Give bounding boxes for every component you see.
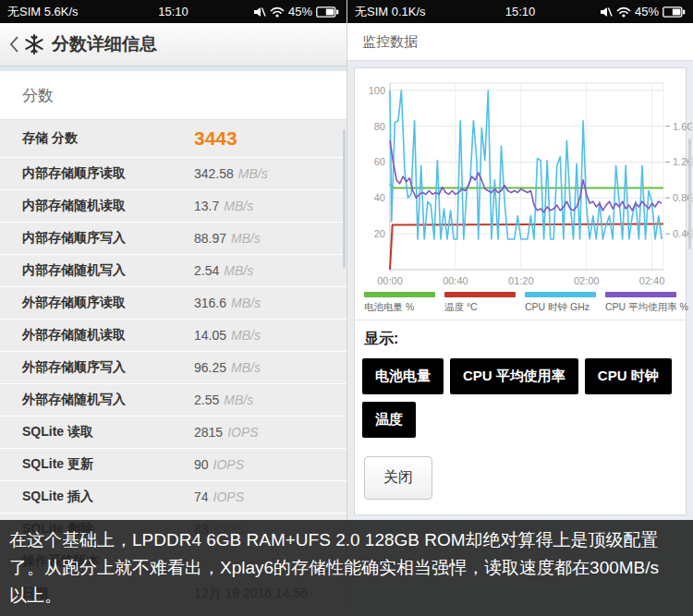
row-value: 2.54MB/s: [194, 263, 253, 278]
row-label: 外部存储顺序写入: [22, 359, 126, 376]
divider: [355, 320, 686, 320]
caption-line: 了。从跑分上就不难看出，Xplay6的存储性能确实相当强悍，读取速度都在300M…: [9, 554, 684, 582]
row-value-unit: MB/s: [231, 296, 261, 310]
row-value: 88.97MB/s: [194, 231, 261, 246]
cpu-usage-line: [390, 140, 662, 212]
row-value-number: 342.58: [194, 166, 234, 181]
battery-icon: [316, 6, 339, 18]
snowflake-icon: [24, 34, 44, 54]
legend-color-bar: [364, 292, 435, 297]
list-row: 外部存储顺序读取316.6MB/s: [0, 287, 346, 319]
toggle-cpu-usage-button[interactable]: CPU 平均使用率: [450, 358, 578, 394]
list-row: SQLite 读取2815IOPS: [0, 417, 346, 448]
cpu-clock-line: [390, 91, 662, 239]
list-row: 内部存储随机读取13.7MB/s: [0, 190, 346, 222]
caption-overlay: 在这个基础上，LPDDR4 6GB RAM+UFS 2.0 128GB ROM却…: [0, 520, 693, 616]
monitor-card: 204060801000.4GHz0.8GHz1.2GHz1.6GHz00:00…: [354, 67, 687, 515]
legend-item-cpu-usage: CPU 平均使用率 %: [605, 292, 676, 314]
x-axis-tick-label: 00:00: [377, 275, 403, 286]
row-value: 342.58MB/s: [194, 166, 268, 181]
mute-icon: [253, 6, 266, 18]
row-label: 内部存储顺序读取: [22, 165, 126, 182]
left-scrollbar[interactable]: [343, 129, 346, 268]
y-axis-tick-label: 80: [374, 121, 385, 132]
row-label: SQLite 插入: [22, 489, 93, 505]
row-value: 13.7MB/s: [194, 199, 253, 213]
row-value-number: 74: [194, 489, 209, 504]
legend-item-cpu-clock: CPU 时钟 GHz: [525, 292, 596, 314]
y-axis-tick-label: 100: [369, 85, 385, 96]
toggle-temperature-button[interactable]: 温度: [362, 402, 416, 438]
legend-label: CPU 时钟 GHz: [525, 301, 596, 314]
caption-line: 以上。: [9, 582, 684, 610]
legend-item-temperature: 温度 °C: [444, 292, 516, 314]
caption-line: 在这个基础上，LPDDR4 6GB RAM+UFS 2.0 128GB ROM却…: [9, 526, 684, 554]
row-value-unit: MB/s: [224, 199, 253, 213]
legend-color-bar: [525, 292, 596, 297]
right-status-bar: 无SIM 0.1K/s 15:10 45%: [347, 0, 693, 23]
legend-label: CPU 平均使用率 %: [605, 301, 676, 314]
row-value-unit: MB/s: [231, 328, 261, 343]
row-label: 外部存储随机写入: [22, 392, 126, 408]
row-value-number: 14.05: [194, 328, 226, 343]
x-axis-tick-label: 00:40: [443, 275, 468, 286]
mute-icon: [600, 6, 613, 18]
legend-label: 电池电量 %: [364, 301, 435, 314]
storage-score-row: 存储 分数 3443: [0, 120, 346, 157]
row-label: 外部存储随机读取: [22, 327, 126, 344]
row-value: 14.05MB/s: [194, 328, 261, 343]
list-row: 内部存储顺序读取342.58MB/s: [0, 158, 346, 189]
row-value: 96.25MB/s: [194, 360, 261, 375]
row-value: 2815IOPS: [194, 425, 259, 440]
toggle-cpu-clock-button[interactable]: CPU 时钟: [585, 358, 672, 394]
list-row: SQLite 更新90IOPS: [0, 449, 346, 480]
list-row: 外部存储随机读取14.05MB/s: [0, 320, 346, 351]
page-title: 分数详细信息: [52, 32, 157, 56]
row-label: 存储 分数: [22, 130, 78, 147]
row-value-number: 88.97: [194, 231, 226, 246]
legend-label: 温度 °C: [444, 301, 516, 314]
row-label: 内部存储随机写入: [22, 262, 126, 279]
row-value-unit: MB/s: [224, 263, 253, 278]
row-value-number: 316.6: [194, 296, 226, 310]
right-carrier-text: 无SIM 0.1K/s: [355, 4, 426, 20]
left-status-bar: 无SIM 5.6K/s 15:10 45%: [0, 0, 346, 23]
row-value-unit: IOPS: [213, 457, 244, 472]
ghz-axis-label: 1.6GHz: [673, 121, 692, 132]
row-value: 90IOPS: [194, 457, 244, 472]
battery-line: [390, 184, 663, 188]
toggle-battery-button[interactable]: 电池电量: [362, 358, 444, 394]
row-value: 2.55MB/s: [194, 393, 253, 407]
list-row: 内部存储随机写入2.54MB/s: [0, 255, 346, 286]
legend-color-bar: [605, 292, 676, 297]
screenshot-root: 无SIM 5.6K/s 15:10 45%: [0, 0, 693, 616]
section-title-score: 分数: [0, 71, 346, 120]
row-value-number: 13.7: [194, 199, 219, 213]
row-value-unit: IOPS: [227, 425, 258, 440]
list-row: 外部存储随机写入2.55MB/s: [0, 384, 346, 416]
row-value-unit: MB/s: [231, 231, 261, 246]
row-label: 内部存储随机读取: [22, 198, 126, 214]
chart-legend: 电池电量 %温度 °CCPU 时钟 GHzCPU 平均使用率 %: [364, 292, 676, 314]
row-value-unit: MB/s: [238, 166, 268, 181]
legend-item-battery: 电池电量 %: [364, 292, 435, 314]
battery-icon: [663, 6, 686, 18]
list-row: 外部存储顺序写入96.25MB/s: [0, 352, 346, 383]
wifi-icon: [270, 6, 285, 18]
storage-score-value: 3443: [194, 127, 237, 150]
row-value-number: 2.54: [194, 263, 219, 278]
row-value-number: 96.25: [194, 360, 226, 375]
row-value-unit: IOPS: [213, 489, 244, 504]
row-value-number: 2815: [194, 425, 223, 440]
row-value-unit: MB/s: [224, 393, 253, 407]
close-button[interactable]: 关闭: [364, 456, 432, 500]
right-scrollbar[interactable]: [688, 139, 691, 249]
x-axis-tick-label: 02:00: [574, 275, 600, 286]
left-app-header: 分数详细信息: [0, 23, 346, 66]
series-toggle-buttons: 电池电量 CPU 平均使用率 CPU 时钟 温度: [362, 358, 681, 438]
right-battery-percent: 45%: [635, 5, 659, 18]
back-chevron-icon[interactable]: [9, 35, 19, 54]
row-value-number: 90: [194, 457, 209, 472]
x-axis-tick-label: 01:20: [508, 275, 534, 286]
row-value-unit: MB/s: [231, 360, 261, 375]
